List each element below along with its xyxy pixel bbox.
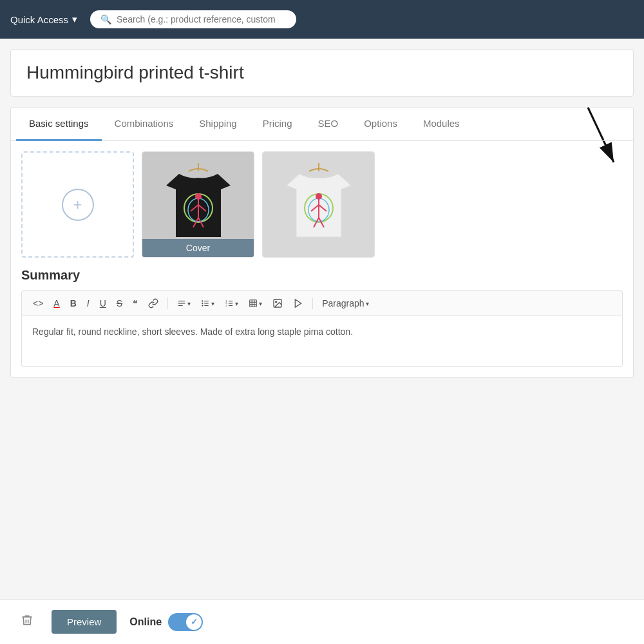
separator-1 bbox=[167, 298, 168, 309]
add-image-icon: + bbox=[62, 189, 94, 221]
online-toggle-switch[interactable]: ✓ bbox=[168, 613, 203, 631]
svg-text:3: 3 bbox=[225, 304, 227, 307]
align-btn[interactable]: ▾ bbox=[174, 297, 194, 310]
svg-rect-35 bbox=[250, 300, 257, 307]
tabs-card: Basic settings Combinations Shipping Pri… bbox=[10, 107, 634, 378]
summary-section: Summary <> A B I U S ❝ ▾ bbox=[11, 268, 633, 377]
svg-point-27 bbox=[202, 303, 203, 304]
add-image-button[interactable]: + bbox=[21, 151, 134, 258]
svg-point-28 bbox=[202, 305, 203, 306]
cover-label: Cover bbox=[142, 239, 254, 257]
svg-point-15 bbox=[316, 193, 322, 200]
image-btn[interactable] bbox=[269, 296, 286, 310]
tab-options[interactable]: Options bbox=[351, 108, 410, 141]
tab-pricing[interactable]: Pricing bbox=[250, 108, 305, 141]
editor-content[interactable]: Regular fit, round neckline, short sleev… bbox=[21, 316, 623, 367]
tab-basic-settings[interactable]: Basic settings bbox=[16, 108, 102, 141]
main-content: Basic settings Combinations Shipping Pri… bbox=[0, 39, 644, 644]
numbered-list-btn[interactable]: 123 ▾ bbox=[222, 297, 242, 310]
underline-btn[interactable]: U bbox=[97, 296, 109, 310]
summary-title: Summary bbox=[21, 268, 623, 283]
top-navigation: Quick Access ▾ 🔍 bbox=[0, 0, 644, 39]
bottom-bar: Preview Online ✓ bbox=[0, 599, 644, 644]
tab-modules[interactable]: Modules bbox=[410, 108, 473, 141]
editor-text: Regular fit, round neckline, short sleev… bbox=[32, 327, 353, 337]
separator-2 bbox=[312, 298, 313, 309]
link-btn[interactable] bbox=[145, 296, 162, 310]
product-title-input[interactable] bbox=[26, 62, 618, 83]
toggle-knob: ✓ bbox=[186, 614, 202, 630]
paragraph-btn[interactable]: Paragraph ▾ bbox=[319, 296, 372, 310]
bold-btn[interactable]: B bbox=[67, 296, 80, 310]
search-icon: 🔍 bbox=[100, 14, 111, 24]
editor-toolbar: <> A B I U S ❝ ▾ ▾ bbox=[21, 290, 623, 316]
product-image-light[interactable] bbox=[262, 151, 375, 258]
tab-shipping[interactable]: Shipping bbox=[186, 108, 249, 141]
search-bar: 🔍 bbox=[90, 10, 296, 28]
quick-access-label: Quick Access bbox=[10, 14, 68, 25]
preview-button[interactable]: Preview bbox=[52, 610, 117, 634]
online-label: Online bbox=[129, 616, 162, 628]
delete-button[interactable] bbox=[15, 609, 39, 635]
tshirt-dark-svg bbox=[160, 160, 237, 250]
font-color-btn[interactable]: A bbox=[50, 296, 62, 310]
strikethrough-btn[interactable]: S bbox=[113, 296, 126, 310]
chevron-down-icon: ▾ bbox=[72, 14, 77, 25]
product-title-card bbox=[10, 49, 634, 97]
tabs-wrapper: Basic settings Combinations Shipping Pri… bbox=[11, 108, 633, 141]
tabs-header: Basic settings Combinations Shipping Pri… bbox=[11, 108, 633, 141]
bullet-list-btn[interactable]: ▾ bbox=[198, 297, 218, 310]
product-image-dark[interactable]: Cover bbox=[142, 151, 254, 258]
font-color-label: A bbox=[53, 298, 59, 308]
images-section: + bbox=[11, 141, 633, 268]
search-input[interactable] bbox=[117, 14, 286, 24]
tshirt-light-svg bbox=[280, 160, 357, 250]
code-btn[interactable]: <> bbox=[30, 296, 46, 310]
quote-btn[interactable]: ❝ bbox=[129, 296, 141, 310]
svg-point-6 bbox=[195, 193, 202, 200]
video-btn[interactable] bbox=[290, 296, 307, 310]
table-btn[interactable]: ▾ bbox=[245, 297, 265, 310]
svg-point-41 bbox=[276, 301, 277, 303]
tab-seo[interactable]: SEO bbox=[305, 108, 352, 141]
italic-btn[interactable]: I bbox=[84, 296, 93, 310]
tshirt-light-bg bbox=[263, 152, 374, 257]
paragraph-label: Paragraph bbox=[322, 298, 364, 308]
svg-point-26 bbox=[202, 300, 203, 301]
tab-combinations[interactable]: Combinations bbox=[102, 108, 187, 141]
svg-marker-42 bbox=[296, 299, 301, 307]
online-toggle-area: Online ✓ bbox=[129, 613, 203, 631]
quick-access-menu[interactable]: Quick Access ▾ bbox=[10, 14, 77, 25]
